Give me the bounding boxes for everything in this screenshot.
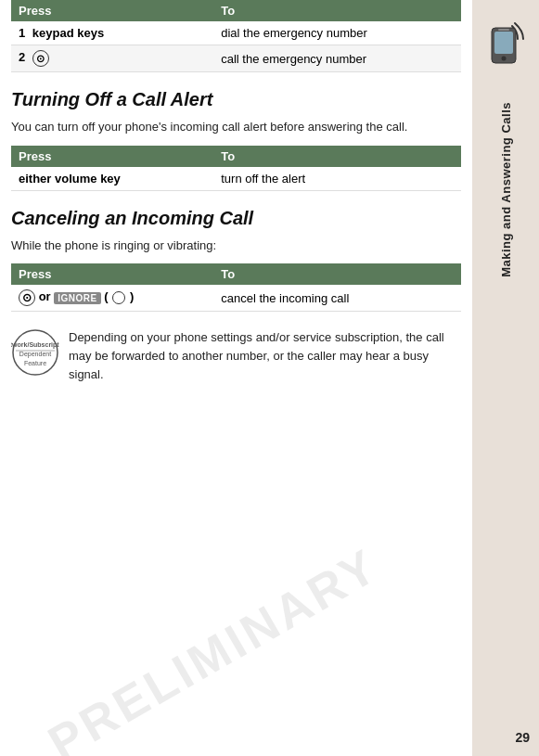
col-press-header-2: Press: [11, 146, 213, 167]
paren-open: (: [104, 289, 108, 303]
svg-rect-8: [498, 29, 509, 31]
col-to-header-2: To: [213, 146, 461, 167]
note-box: Network/Subscription Dependent Feature D…: [11, 328, 461, 384]
ignore-button-label: IGNORE: [54, 292, 100, 304]
network-dependent-icon: Network/Subscription Dependent Feature: [11, 328, 59, 377]
paren-close: ): [130, 289, 134, 303]
table-3: Press To ⊙ or IGNORE ( ): [11, 263, 461, 312]
page-number: 29: [515, 730, 530, 745]
svg-text:Feature: Feature: [24, 360, 46, 366]
main-content: Press To 1 keypad keys dial the emergenc…: [0, 0, 472, 756]
section-desc-1: You can turn off your phone's incoming c…: [11, 118, 461, 136]
table-cell-to: turn off the alert: [213, 167, 461, 191]
table-row: 1 keypad keys dial the emergency number: [11, 21, 461, 45]
svg-text:Network/Subscription: Network/Subscription: [11, 341, 59, 349]
soft-key-icon: [112, 291, 125, 304]
section-canceling: Canceling an Incoming Call While the pho…: [11, 208, 461, 313]
row-number: 1: [19, 26, 25, 40]
sidebar: Making and Answering Calls 29: [472, 0, 539, 756]
press-text: keypad keys: [32, 26, 104, 40]
table-cell-press: either volume key: [11, 167, 213, 191]
sidebar-label: Making and Answering Calls: [499, 102, 513, 277]
note-text: Depending on your phone settings and/or …: [69, 328, 461, 384]
svg-text:Dependent: Dependent: [19, 351, 51, 358]
watermark: PRELIMINARY: [39, 537, 389, 756]
row-number: 2: [19, 50, 25, 64]
col-press-header-3: Press: [11, 263, 213, 285]
table-cell-to: cancel the incoming call: [213, 285, 461, 312]
section-desc-2: While the phone is ringing or vibrating:: [11, 237, 461, 255]
col-to-header-3: To: [213, 263, 461, 285]
section-turning-off: Turning Off a Call Alert You can turn of…: [11, 89, 461, 191]
table-cell-press: 1 keypad keys: [11, 21, 213, 45]
svg-point-7: [502, 57, 507, 61]
table-cell-press: ⊙ or IGNORE ( ): [11, 285, 213, 312]
table-1: Press To 1 keypad keys dial the emergenc…: [11, 0, 461, 72]
col-press-header-1: Press: [11, 0, 213, 21]
table-2: Press To either volume key turn off the …: [11, 146, 461, 191]
phone-icon: [482, 19, 529, 65]
table-row: either volume key turn off the alert: [11, 167, 461, 191]
col-to-header-1: To: [213, 0, 461, 21]
table-row: 2 ⊙ call the emergency number: [11, 45, 461, 72]
page-wrapper: Press To 1 keypad keys dial the emergenc…: [0, 0, 539, 756]
end-call-icon: ⊙: [32, 50, 49, 67]
section-heading-1: Turning Off a Call Alert: [11, 89, 461, 110]
end-key-icon: ⊙: [19, 289, 35, 306]
svg-rect-6: [494, 32, 513, 54]
table-row: ⊙ or IGNORE ( ) cancel the incoming call: [11, 285, 461, 312]
or-text: or: [39, 289, 55, 303]
table-cell-to: dial the emergency number: [213, 21, 461, 45]
table-cell-press: 2 ⊙: [11, 45, 213, 72]
table-cell-to: call the emergency number: [213, 45, 461, 72]
section-heading-2: Canceling an Incoming Call: [11, 208, 461, 229]
